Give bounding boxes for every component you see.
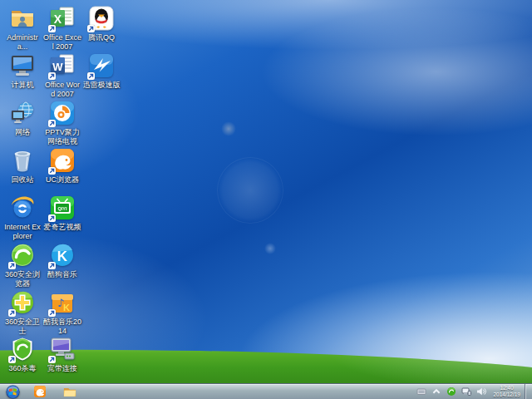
system-tray (416, 384, 489, 399)
volume-tray-icon[interactable] (475, 386, 487, 397)
icon-label: 酷狗音乐 (47, 270, 77, 279)
shortcut-arrow-icon (48, 167, 56, 175)
shortcut-arrow-icon (48, 72, 56, 80)
icon-label: UC浏览器 (46, 175, 79, 185)
desktop-icon-computer[interactable]: 计算机 (3, 52, 42, 90)
clock-time: 12:40 (500, 385, 514, 392)
icon-label: 迅雷极速版 (83, 81, 121, 90)
hidden-icons-chevron-icon[interactable] (431, 386, 442, 397)
icon-label: 网络 (15, 128, 30, 137)
desktop-icon-internet-explorer[interactable]: Internet Explorer (3, 195, 42, 241)
network-tray-icon[interactable] (461, 386, 472, 397)
shortcut-arrow-icon (87, 72, 95, 80)
desktop-icon-uc-browser[interactable]: UC浏览器 (43, 147, 81, 185)
windows-explorer-taskbar-button[interactable] (55, 384, 85, 399)
icon-label: Office Excel 2007 (43, 33, 81, 52)
desktop-screen: Administra... X Office Excel 2007 腾讯QQ (0, 0, 532, 399)
desktop-icon-tencent-qq[interactable]: 腾讯QQ (82, 5, 121, 42)
icon-label: 酷我音乐2014 (43, 318, 81, 336)
desktop-icon-pptv-network-tv[interactable]: PPTV聚力 网络电视 (43, 100, 81, 146)
icon-label: 爱奇艺视频 (44, 223, 81, 232)
tray-app-icon[interactable] (416, 386, 427, 397)
start-button[interactable] (0, 384, 25, 399)
icon-label: Office Word 2007 (43, 81, 81, 99)
taskbar-clock[interactable]: 12:40 2014/12/19 (489, 385, 525, 398)
icon-label: PPTV聚力 网络电视 (43, 128, 81, 146)
desktop-icon-office-excel-2007[interactable]: X Office Excel 2007 (43, 5, 81, 52)
shortcut-arrow-icon (8, 262, 16, 269)
icon-label: Administra... (3, 33, 42, 52)
windows-start-orb-icon (6, 385, 20, 399)
desktop-icon-office-word-2007[interactable]: W Office Word 2007 (43, 52, 81, 99)
shortcut-arrow-icon (48, 214, 56, 222)
svg-text:W: W (52, 61, 63, 73)
360-safety-tray-icon[interactable] (446, 386, 457, 397)
icon-label: 回收站 (12, 175, 34, 185)
shortcut-arrow-icon (48, 356, 56, 363)
shortcut-arrow-icon (48, 262, 56, 269)
icon-label: 360杀毒 (8, 364, 36, 373)
desktop-icon-recycle-bin[interactable]: 回收站 (3, 147, 42, 185)
svg-text:K: K (57, 249, 68, 264)
clock-date: 2014/12/19 (493, 392, 520, 398)
desktop-icon-360-safe-guard[interactable]: 360安全卫士 (3, 289, 42, 336)
shortcut-arrow-icon (8, 309, 16, 317)
svg-text:K: K (63, 303, 70, 313)
desktop-icon-360-secure-browser[interactable]: 360安全浏览器 (3, 242, 42, 288)
svg-text:X: X (54, 12, 62, 26)
desktop-icon-kugou-music[interactable]: K 酷狗音乐 (43, 242, 81, 279)
shortcut-arrow-icon (8, 356, 16, 363)
desktop-icon-xunlei-speed[interactable]: 迅雷极速版 (82, 52, 121, 90)
desktop-icon-network[interactable]: 网络 (3, 100, 42, 137)
taskbar: 12:40 2014/12/19 (0, 383, 532, 399)
icon-label: 360安全浏览器 (3, 270, 42, 288)
desktop-icon-broadband-connection[interactable]: 宽带连接 (43, 336, 81, 373)
internet-explorer-icon (9, 195, 36, 221)
shortcut-arrow-icon (48, 25, 56, 32)
desktop-icon-grid: Administra... X Office Excel 2007 腾讯QQ (0, 0, 532, 399)
icon-label: 腾讯QQ (88, 33, 115, 42)
shortcut-arrow-icon (48, 309, 56, 317)
network-icon (9, 100, 36, 126)
desktop-icon-kuwo-music-2014[interactable]: ♪K 酷我音乐2014 (43, 289, 81, 336)
computer-icon (9, 52, 36, 79)
uc-browser-taskbar-button[interactable] (25, 384, 55, 399)
icon-label: Internet Explorer (3, 223, 42, 241)
desktop-icon-iqiyi-video[interactable]: QIYI 爱奇艺视频 (43, 195, 81, 232)
show-desktop-button[interactable] (525, 384, 532, 399)
shortcut-arrow-icon (87, 25, 95, 32)
shortcut-arrow-icon (48, 120, 56, 127)
recycle-bin-icon (9, 147, 36, 174)
icon-label: 计算机 (12, 81, 34, 90)
desktop-icon-360-antivirus[interactable]: 360杀毒 (3, 336, 42, 373)
administrator-folder-icon (9, 5, 36, 32)
icon-label: 360安全卫士 (3, 318, 42, 336)
svg-text:QIYI: QIYI (57, 206, 66, 211)
desktop-icon-administrator-folder[interactable]: Administra... (3, 5, 42, 52)
icon-label: 宽带连接 (47, 364, 77, 373)
